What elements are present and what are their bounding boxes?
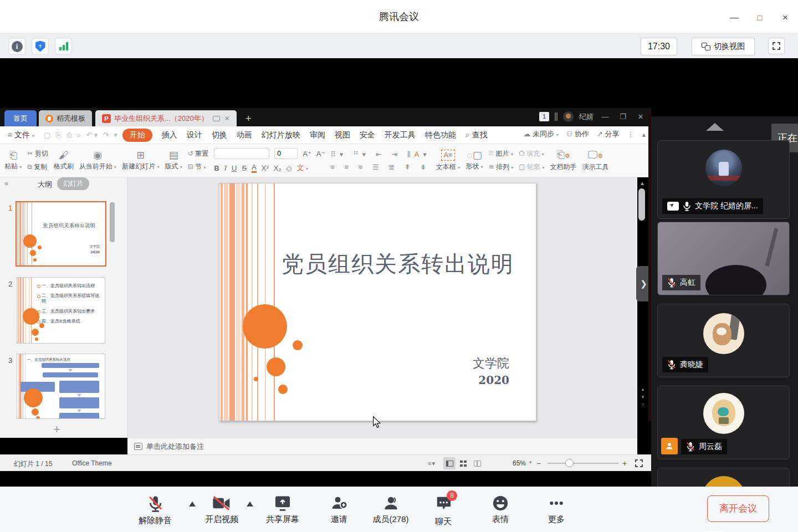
new-slide-button[interactable]: ⊞新建幻灯片 ▾ (122, 150, 159, 171)
font-color-icon[interactable]: A (252, 163, 257, 173)
save-icon[interactable]: ▢ (44, 131, 50, 139)
wps-tab-document[interactable]: P 毕业生组织关系...（2020年） ✕ (95, 110, 237, 126)
paste-button[interactable]: ⎗粘贴 ▾ (4, 150, 22, 171)
menu-tab-design[interactable]: 设计 (187, 130, 202, 140)
participant-tile-sharer[interactable]: 文学院 纪婧的屏... (657, 140, 790, 219)
slide-thumbnail-1[interactable]: 党员组织关系转出说明 文学院 2020 (16, 201, 106, 267)
switch-view-button[interactable]: 切换视图 (692, 38, 755, 55)
share-button[interactable]: ↗ 分享 (597, 129, 620, 139)
menu-tab-insert[interactable]: 插入 (162, 130, 177, 140)
collaborate-button[interactable]: ⚇ 协作 (566, 129, 589, 139)
wps-minimize-button[interactable]: — (599, 112, 611, 121)
presentation-tools-button[interactable]: 🖵⚙演示工具 (582, 150, 608, 172)
menu-tab-start[interactable]: 开始 (122, 129, 152, 142)
clear-format-icon[interactable]: ◇ (286, 164, 291, 172)
mic-options-arrow[interactable] (189, 502, 196, 507)
fill-button[interactable]: ⬠ 填充 ▾ (519, 149, 544, 158)
window-minimize-button[interactable]: — (727, 12, 741, 23)
invite-button[interactable]: 邀请 (331, 495, 347, 525)
participant-tile[interactable]: 龚晓婕 (657, 304, 790, 377)
more-menu-icon[interactable]: ⋮ (627, 130, 634, 139)
new-tab-button[interactable]: + (245, 110, 252, 126)
arrange-button[interactable]: ≋ 排列 ▾ (489, 162, 514, 172)
format-painter-button[interactable]: 🖌格式刷 (54, 150, 74, 171)
fullscreen-button[interactable] (768, 38, 785, 54)
strikethrough-icon[interactable]: S (242, 164, 247, 172)
outline-button[interactable]: ▢ 轮廓 ▾ (519, 162, 544, 172)
start-video-button[interactable]: 开启视频 (205, 495, 238, 525)
copy-button[interactable]: ⧉ 复制 (27, 162, 48, 172)
menu-tab-devtools[interactable]: 开发工具 (385, 130, 416, 140)
zoom-caret-icon[interactable]: ▾ (529, 459, 532, 465)
emoji-button[interactable]: 表情 (492, 495, 509, 525)
menu-tab-transition[interactable]: 切换 (212, 130, 227, 140)
file-menu[interactable]: ≡ 文件 ▾ (8, 130, 34, 140)
more-button[interactable]: 更多 (548, 495, 565, 525)
undo-icon[interactable]: ↶ ▾ (86, 131, 98, 139)
menu-tab-features[interactable]: 特色功能 (425, 130, 456, 140)
tab-outline[interactable]: 大纲 (38, 180, 52, 190)
slide-nav-buttons[interactable]: ▴▾▿ (638, 385, 647, 408)
add-slide-button[interactable]: + (53, 422, 60, 437)
leave-meeting-button[interactable]: 离开会议 (707, 495, 769, 522)
monitor-icon[interactable] (213, 116, 220, 121)
scroll-up-icon[interactable]: ▲ (640, 180, 645, 186)
split-view-icon[interactable] (555, 112, 557, 121)
zoom-out-button[interactable]: − (536, 459, 541, 468)
play-from-current-button[interactable]: ◉从当前开始 ▾ (79, 150, 116, 171)
layout-button[interactable]: ▤版式 ▾ (165, 150, 182, 171)
video-options-arrow[interactable] (247, 502, 253, 507)
tab-slides[interactable]: 幻灯片 (57, 177, 89, 190)
meeting-security-button[interactable]: + (32, 38, 49, 55)
sync-status[interactable]: ☁ 未同步 ▾ (523, 129, 558, 139)
underline-icon[interactable]: U (232, 164, 237, 172)
preview-icon[interactable]: ⌕ (77, 131, 81, 140)
chat-button[interactable]: 8 聊天 (435, 495, 452, 527)
menu-tab-view[interactable]: 视图 (335, 130, 350, 140)
textbox-button[interactable]: A≡文本框 ▾ (436, 150, 460, 172)
decrease-font-icon[interactable]: A⁻ (316, 150, 325, 158)
bold-icon[interactable]: B (214, 164, 219, 172)
superscript-icon[interactable]: X² (262, 164, 269, 172)
zoom-in-button[interactable]: + (622, 459, 627, 468)
slide-thumbnail-2[interactable]: 一、党员组织关系转出流程 二、党员组织关系系统填写说明 三、党员组织关系转出要求… (17, 277, 105, 344)
shapes-button[interactable]: ◌▢形状 ▾ (466, 150, 483, 171)
unmute-button[interactable]: 解除静音 (139, 495, 172, 526)
notes-toggle-icon[interactable]: ≡▾ (428, 460, 436, 467)
slide-sorter-button[interactable] (457, 457, 469, 469)
zoom-slider-track[interactable] (548, 463, 618, 464)
avatar[interactable] (563, 111, 574, 122)
font-size-input[interactable] (274, 148, 298, 159)
window-count-badge[interactable]: 1 (539, 112, 549, 121)
cut-button[interactable]: ✂ 剪切 (27, 149, 48, 158)
font-name-input[interactable] (214, 148, 269, 159)
meeting-info-button[interactable]: i (8, 38, 25, 55)
redo-icon[interactable]: ↷ (103, 131, 109, 139)
reset-button[interactable]: ↺ 重置 (188, 149, 208, 158)
picture-button[interactable]: ⛆ 图片 ▾ (489, 149, 514, 158)
members-button[interactable]: 成员(278) (372, 495, 408, 525)
collapse-panel-icon[interactable]: « (4, 179, 8, 187)
subscript-icon[interactable]: X₂ (274, 164, 282, 172)
align-icons-row[interactable]: ≡ ≡ ≡ ☰ ≣ ⇞ ⇟ (330, 163, 431, 171)
section-button[interactable]: ⊟ 节 ▾ (188, 162, 208, 172)
canvas-scrollbar[interactable] (638, 188, 645, 221)
window-close-button[interactable]: × (778, 12, 792, 23)
print-icon[interactable]: ⎙ (66, 131, 72, 140)
scroll-participants-up-icon[interactable] (706, 123, 724, 131)
menu-tab-security[interactable]: 安全 (360, 130, 375, 140)
menu-tab-review[interactable]: 审阅 (310, 130, 325, 140)
participant-tile[interactable]: 高虹 (657, 222, 790, 295)
fit-slide-button[interactable] (635, 459, 643, 467)
output-icon[interactable]: ⎘ (55, 131, 61, 140)
wps-restore-button[interactable]: ❐ (617, 112, 629, 121)
list-icons-row[interactable]: ⠿▾ ⠛▾ ⇤ ⇥ ⫼A▾ (330, 150, 431, 159)
italic-icon[interactable]: I (224, 163, 227, 172)
find-button[interactable]: ⌕ 查找 (466, 130, 488, 140)
participant-tile[interactable]: 周云磊 (657, 386, 790, 459)
increase-font-icon[interactable]: A⁺ (303, 150, 311, 158)
reading-view-button[interactable] (471, 457, 483, 469)
zoom-slider-handle[interactable] (565, 459, 574, 467)
doc-assistant-button[interactable]: ⎗⚙文档助手 (550, 150, 576, 172)
wps-tab-home[interactable]: 首页 (4, 110, 37, 126)
